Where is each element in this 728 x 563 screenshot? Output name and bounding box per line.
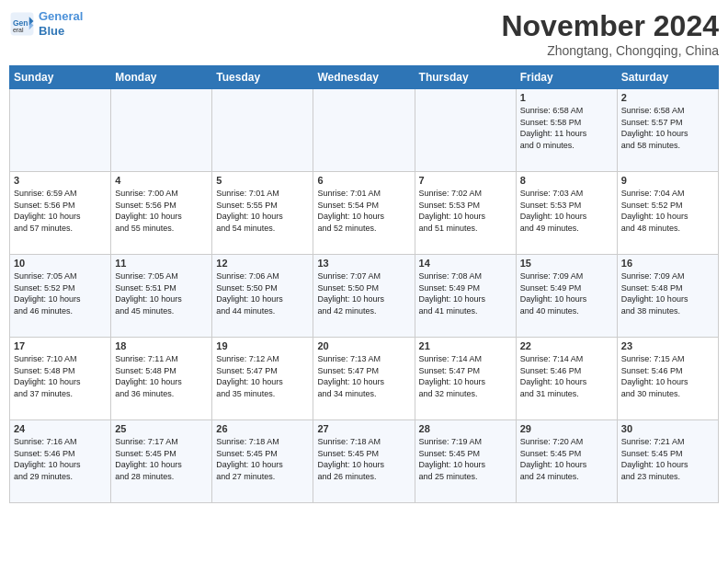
weekday-header: Sunday [10, 66, 111, 89]
calendar-cell: 9Sunrise: 7:04 AM Sunset: 5:52 PM Daylig… [617, 172, 718, 255]
calendar-cell: 18Sunrise: 7:11 AM Sunset: 5:48 PM Dayli… [111, 338, 212, 420]
weekday-header: Thursday [415, 66, 516, 89]
day-number: 29 [520, 423, 613, 434]
day-info: Sunrise: 6:59 AM Sunset: 5:56 PM Dayligh… [14, 188, 107, 234]
day-number: 17 [14, 340, 107, 351]
day-info: Sunrise: 7:01 AM Sunset: 5:54 PM Dayligh… [317, 188, 410, 234]
weekday-header: Monday [111, 66, 212, 89]
calendar-cell: 6Sunrise: 7:01 AM Sunset: 5:54 PM Daylig… [313, 172, 415, 255]
day-info: Sunrise: 7:10 AM Sunset: 5:48 PM Dayligh… [14, 353, 107, 399]
day-info: Sunrise: 7:14 AM Sunset: 5:46 PM Dayligh… [520, 353, 613, 399]
calendar-week: 3Sunrise: 6:59 AM Sunset: 5:56 PM Daylig… [10, 172, 719, 255]
day-info: Sunrise: 7:14 AM Sunset: 5:47 PM Dayligh… [419, 353, 512, 399]
day-number: 14 [419, 258, 512, 269]
svg-text:Gen: Gen [13, 17, 28, 27]
day-info: Sunrise: 7:19 AM Sunset: 5:45 PM Dayligh… [419, 436, 512, 482]
day-info: Sunrise: 7:18 AM Sunset: 5:45 PM Dayligh… [216, 436, 309, 482]
day-number: 4 [115, 175, 208, 186]
day-number: 9 [621, 175, 714, 186]
day-number: 22 [520, 340, 613, 351]
calendar-subtitle: Zhongtang, Chongqing, China [501, 43, 719, 58]
calendar-week: 24Sunrise: 7:16 AM Sunset: 5:46 PM Dayli… [10, 420, 719, 503]
calendar-cell: 30Sunrise: 7:21 AM Sunset: 5:45 PM Dayli… [617, 420, 718, 503]
calendar-cell: 29Sunrise: 7:20 AM Sunset: 5:45 PM Dayli… [516, 420, 617, 503]
day-info: Sunrise: 6:58 AM Sunset: 5:57 PM Dayligh… [621, 105, 714, 151]
calendar-cell [212, 89, 313, 172]
day-number: 16 [621, 258, 714, 269]
calendar-cell [111, 89, 212, 172]
day-number: 15 [520, 258, 613, 269]
day-number: 30 [621, 423, 714, 434]
logo: Gen eral General Blue [9, 9, 83, 38]
day-info: Sunrise: 6:58 AM Sunset: 5:58 PM Dayligh… [520, 105, 613, 151]
day-info: Sunrise: 7:17 AM Sunset: 5:45 PM Dayligh… [115, 436, 208, 482]
calendar-week: 17Sunrise: 7:10 AM Sunset: 5:48 PM Dayli… [10, 338, 719, 420]
calendar-cell: 23Sunrise: 7:15 AM Sunset: 5:46 PM Dayli… [617, 338, 718, 420]
day-info: Sunrise: 7:05 AM Sunset: 5:51 PM Dayligh… [115, 270, 208, 316]
calendar-cell [10, 89, 111, 172]
day-number: 13 [317, 258, 410, 269]
day-number: 5 [216, 175, 309, 186]
page-header: Gen eral General Blue November 2024 Zhon… [9, 9, 719, 58]
calendar-cell [415, 89, 516, 172]
day-info: Sunrise: 7:13 AM Sunset: 5:47 PM Dayligh… [317, 353, 410, 399]
calendar-cell: 27Sunrise: 7:18 AM Sunset: 5:45 PM Dayli… [313, 420, 415, 503]
day-info: Sunrise: 7:09 AM Sunset: 5:48 PM Dayligh… [621, 270, 714, 316]
day-number: 18 [115, 340, 208, 351]
day-info: Sunrise: 7:18 AM Sunset: 5:45 PM Dayligh… [317, 436, 410, 482]
day-info: Sunrise: 7:08 AM Sunset: 5:49 PM Dayligh… [419, 270, 512, 316]
svg-text:eral: eral [13, 27, 24, 33]
weekday-header: Tuesday [212, 66, 313, 89]
logo-icon: Gen eral [9, 11, 35, 37]
day-number: 12 [216, 258, 309, 269]
day-number: 1 [520, 92, 613, 103]
calendar-cell: 7Sunrise: 7:02 AM Sunset: 5:53 PM Daylig… [415, 172, 516, 255]
day-number: 10 [14, 258, 107, 269]
day-info: Sunrise: 7:15 AM Sunset: 5:46 PM Dayligh… [621, 353, 714, 399]
calendar-cell: 17Sunrise: 7:10 AM Sunset: 5:48 PM Dayli… [10, 338, 111, 420]
day-number: 8 [520, 175, 613, 186]
day-number: 23 [621, 340, 714, 351]
day-number: 24 [14, 423, 107, 434]
weekday-header: Friday [516, 66, 617, 89]
calendar-cell: 2Sunrise: 6:58 AM Sunset: 5:57 PM Daylig… [617, 89, 718, 172]
day-number: 26 [216, 423, 309, 434]
title-block: November 2024 Zhongtang, Chongqing, Chin… [501, 9, 719, 58]
day-info: Sunrise: 7:05 AM Sunset: 5:52 PM Dayligh… [14, 270, 107, 316]
calendar-cell: 28Sunrise: 7:19 AM Sunset: 5:45 PM Dayli… [415, 420, 516, 503]
calendar-cell: 22Sunrise: 7:14 AM Sunset: 5:46 PM Dayli… [516, 338, 617, 420]
calendar-cell: 19Sunrise: 7:12 AM Sunset: 5:47 PM Dayli… [212, 338, 313, 420]
day-info: Sunrise: 7:09 AM Sunset: 5:49 PM Dayligh… [520, 270, 613, 316]
calendar-cell: 1Sunrise: 6:58 AM Sunset: 5:58 PM Daylig… [516, 89, 617, 172]
calendar-week: 1Sunrise: 6:58 AM Sunset: 5:58 PM Daylig… [10, 89, 719, 172]
day-info: Sunrise: 7:02 AM Sunset: 5:53 PM Dayligh… [419, 188, 512, 234]
calendar-cell: 5Sunrise: 7:01 AM Sunset: 5:55 PM Daylig… [212, 172, 313, 255]
calendar-header: SundayMondayTuesdayWednesdayThursdayFrid… [10, 66, 719, 89]
calendar-cell [313, 89, 415, 172]
day-info: Sunrise: 7:21 AM Sunset: 5:45 PM Dayligh… [621, 436, 714, 482]
day-info: Sunrise: 7:04 AM Sunset: 5:52 PM Dayligh… [621, 188, 714, 234]
day-info: Sunrise: 7:06 AM Sunset: 5:50 PM Dayligh… [216, 270, 309, 316]
calendar-cell: 8Sunrise: 7:03 AM Sunset: 5:53 PM Daylig… [516, 172, 617, 255]
weekday-header: Saturday [617, 66, 718, 89]
day-info: Sunrise: 7:03 AM Sunset: 5:53 PM Dayligh… [520, 188, 613, 234]
calendar-cell: 10Sunrise: 7:05 AM Sunset: 5:52 PM Dayli… [10, 255, 111, 338]
day-number: 6 [317, 175, 410, 186]
day-number: 21 [419, 340, 512, 351]
calendar-cell: 15Sunrise: 7:09 AM Sunset: 5:49 PM Dayli… [516, 255, 617, 338]
day-info: Sunrise: 7:01 AM Sunset: 5:55 PM Dayligh… [216, 188, 309, 234]
day-info: Sunrise: 7:20 AM Sunset: 5:45 PM Dayligh… [520, 436, 613, 482]
logo-text: General Blue [39, 9, 83, 38]
calendar-title: November 2024 [501, 9, 719, 43]
calendar-cell: 3Sunrise: 6:59 AM Sunset: 5:56 PM Daylig… [10, 172, 111, 255]
day-number: 28 [419, 423, 512, 434]
day-info: Sunrise: 7:11 AM Sunset: 5:48 PM Dayligh… [115, 353, 208, 399]
day-number: 2 [621, 92, 714, 103]
weekday-header: Wednesday [313, 66, 415, 89]
day-number: 11 [115, 258, 208, 269]
calendar-table: SundayMondayTuesdayWednesdayThursdayFrid… [9, 65, 719, 503]
calendar-cell: 24Sunrise: 7:16 AM Sunset: 5:46 PM Dayli… [10, 420, 111, 503]
calendar-cell: 14Sunrise: 7:08 AM Sunset: 5:49 PM Dayli… [415, 255, 516, 338]
day-info: Sunrise: 7:00 AM Sunset: 5:56 PM Dayligh… [115, 188, 208, 234]
calendar-week: 10Sunrise: 7:05 AM Sunset: 5:52 PM Dayli… [10, 255, 719, 338]
